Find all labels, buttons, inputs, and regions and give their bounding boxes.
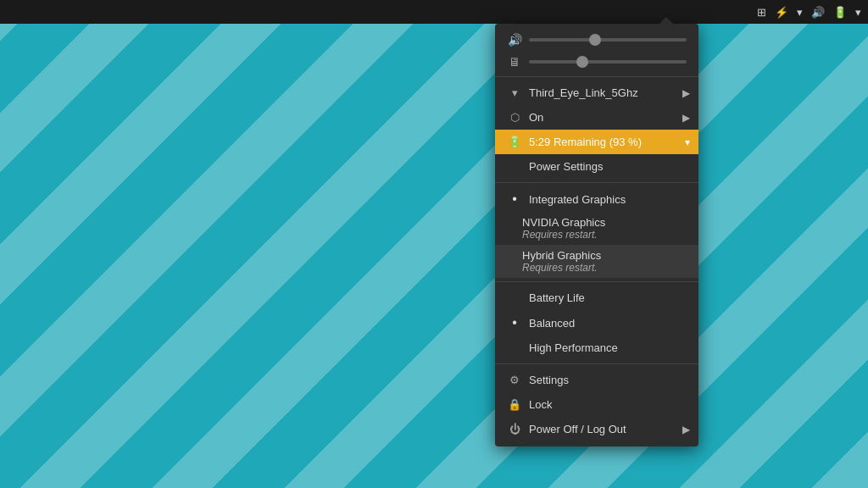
divider-4 [495,363,698,364]
nvidia-graphics-label: NVIDIA Graphics [522,216,687,229]
wifi-menu-item[interactable]: ▾ Third_Eye_Link_5Ghz ▶ [495,80,698,105]
poweroff-label: Power Off / Log Out [529,423,626,435]
poweroff-item[interactable]: ⏻ Power Off / Log Out ▶ [495,417,698,441]
lock-label: Lock [529,398,552,411]
taskbar: ⊞ ⚡ ▾ 🔊 🔋 ▾ [0,0,868,24]
lock-icon: 🔒 [507,398,522,411]
volume-thumb[interactable] [589,34,601,46]
brightness-track [529,60,687,64]
brightness-slider-row: 🖥 [495,51,698,73]
divider-2 [495,182,698,183]
battery-life-item: Battery Life [495,286,698,310]
integrated-graphics-item[interactable]: • Integrated Graphics [495,186,698,212]
system-tray-dropdown: 🔊 🖥 ▾ Third_Eye_Link_5Ghz ▶ ⬡ On ▶ 🔋 5:2… [495,24,698,446]
battery-icon[interactable]: 🔋 [833,6,847,19]
settings-item[interactable]: ⚙ Settings [495,368,698,392]
wifi-arrow-icon: ▶ [682,87,690,99]
poweroff-arrow-icon: ▶ [682,424,690,435]
balanced-label: Balanced [529,317,575,330]
volume-slider-row: 🔊 [495,29,698,51]
balanced-item[interactable]: • Balanced [495,310,698,336]
display-icon: 🖥 [507,55,522,69]
hybrid-graphics-item[interactable]: Hybrid Graphics Requires restart. [495,245,698,278]
bluetooth-icon: ⬡ [507,111,522,124]
background [0,0,868,488]
volume-icon[interactable]: 🔊 [811,6,825,19]
brightness-thumb[interactable] [576,56,588,68]
hybrid-graphics-label: Hybrid Graphics [522,249,687,262]
battery-arrow-icon: ▾ [685,136,690,148]
hybrid-graphics-sublabel: Requires restart. [522,262,687,274]
chevron-down-icon[interactable]: ▾ [855,6,861,19]
high-performance-item[interactable]: High Performance [495,336,698,360]
integrated-graphics-label: Integrated Graphics [529,193,626,206]
grid-icon[interactable]: ⊞ [757,6,766,19]
wifi-label: Third_Eye_Link_5Ghz [529,86,638,99]
bolt-icon[interactable]: ⚡ [775,6,788,19]
wifi-item-icon: ▾ [507,86,522,99]
bluetooth-arrow-icon: ▶ [682,112,690,124]
battery-item-icon: 🔋 [507,136,522,148]
volume-track [529,38,687,42]
power-icon: ⏻ [507,423,522,435]
high-performance-label: High Performance [529,341,618,354]
nvidia-graphics-item[interactable]: NVIDIA Graphics Requires restart. [495,212,698,245]
divider-3 [495,281,698,282]
settings-gear-icon: ⚙ [507,374,522,386]
nvidia-graphics-sublabel: Requires restart. [522,229,687,241]
power-settings-label: Power Settings [529,160,603,173]
bluetooth-menu-item[interactable]: ⬡ On ▶ [495,105,698,130]
power-settings-item[interactable]: Power Settings [495,154,698,179]
volume-icon: 🔊 [507,33,522,47]
lock-item[interactable]: 🔒 Lock [495,392,698,417]
battery-life-label: Battery Life [529,291,585,304]
integrated-graphics-bullet: • [507,192,522,206]
settings-label: Settings [529,374,569,386]
battery-menu-item[interactable]: 🔋 5:29 Remaining (93 %) ▾ [495,130,698,154]
battery-label: 5:29 Remaining (93 %) [529,136,642,148]
bluetooth-label: On [529,111,543,124]
wifi-icon[interactable]: ▾ [797,6,803,19]
divider-1 [495,76,698,77]
balanced-bullet: • [507,316,522,330]
